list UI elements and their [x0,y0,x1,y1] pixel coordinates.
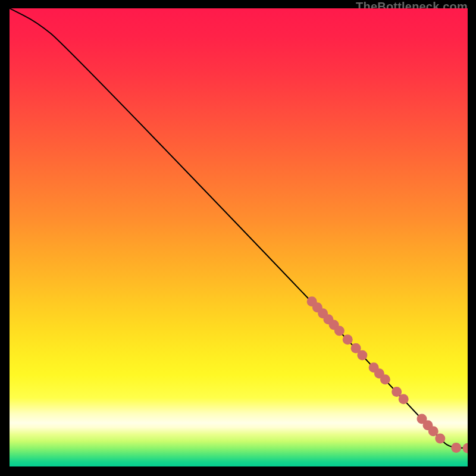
chart-svg [10,8,468,466]
data-marker [451,443,461,453]
data-marker [343,334,353,345]
data-marker [380,374,390,384]
chart-plot [10,8,468,466]
chart-stage: TheBottleneck.com [0,0,476,476]
data-marker [399,394,409,404]
data-marker [334,326,345,336]
data-marker [435,434,445,444]
data-marker [357,350,367,360]
